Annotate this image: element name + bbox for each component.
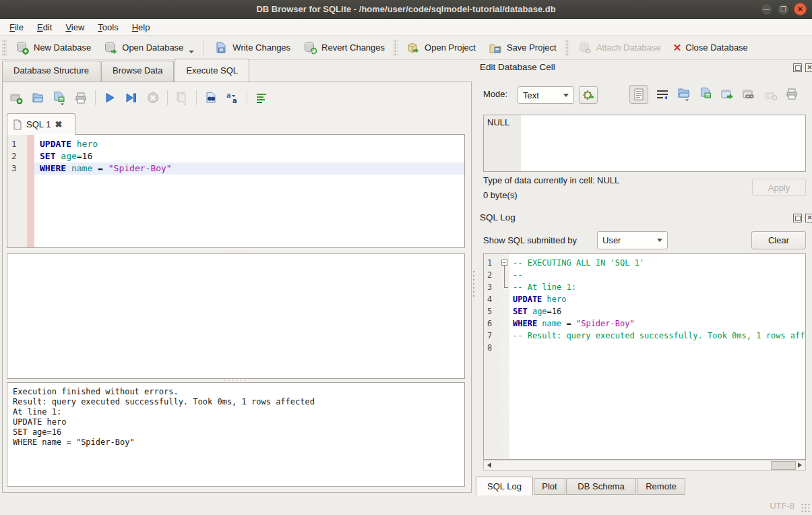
dock-float-icon[interactable] <box>793 214 802 222</box>
close-button[interactable]: ✕ <box>794 3 807 16</box>
dock-close-icon[interactable]: ✕ <box>805 63 812 72</box>
find-button[interactable] <box>204 90 218 105</box>
log-filter-select[interactable]: User <box>597 231 668 249</box>
message-line: Execution finished without errors. <box>13 387 459 397</box>
app-window: DB Browser for SQLite - /home/user/code/… <box>0 0 812 515</box>
menu-tools[interactable]: Tools <box>91 20 125 34</box>
open-database-dropdown-caret[interactable] <box>189 51 194 53</box>
cell-editor-area[interactable] <box>521 115 805 171</box>
text-mode-toggle-button[interactable] <box>629 85 648 104</box>
tab-execute-sql[interactable]: Execute SQL <box>175 59 249 82</box>
print-cell-button[interactable] <box>784 86 799 101</box>
toolbar-separator <box>196 90 197 105</box>
log-fold-margin[interactable]: − <box>500 254 509 459</box>
cell-value: NULL <box>484 115 521 171</box>
write-changes-label: Write Changes <box>232 42 290 53</box>
encoding-indicator[interactable]: UTF-8 <box>770 501 794 511</box>
open-database-button[interactable]: Open Database <box>97 37 200 59</box>
bottom-tab-plot[interactable]: Plot <box>534 478 565 495</box>
window-title: DB Browser for SQLite - /home/user/code/… <box>256 4 555 14</box>
scrollbar-thumb[interactable] <box>771 461 796 470</box>
open-project-button[interactable]: Open Project <box>400 37 482 59</box>
scroll-left-arrow[interactable] <box>484 460 495 470</box>
sql-log-dock-title: SQL Log <box>480 212 516 226</box>
bottom-tab-db-schema[interactable]: DB Schema <box>566 478 636 495</box>
save-project-button[interactable]: Save Project <box>482 37 563 59</box>
fold-guide-line <box>504 266 505 287</box>
new-database-label: New Database <box>34 42 91 53</box>
open-database-icon <box>103 40 118 55</box>
sql-editor-toolbar: aa <box>9 88 269 107</box>
toolbar-separator <box>204 40 204 56</box>
clear-log-button[interactable]: Clear <box>751 231 806 249</box>
log-line: -- EXECUTING ALL IN 'SQL 1' <box>509 257 805 269</box>
log-horizontal-scrollbar[interactable] <box>483 460 806 471</box>
auto-apply-button[interactable] <box>579 86 598 104</box>
execution-message-pane[interactable]: Execution finished without errors. Resul… <box>7 382 465 487</box>
replace-button[interactable]: aa <box>225 90 240 105</box>
splitter-editor-results[interactable]: ······ <box>7 249 465 253</box>
menu-edit[interactable]: Edit <box>30 20 59 34</box>
chevron-down-icon <box>657 239 662 242</box>
toolbar-drag-handle[interactable] <box>565 40 569 56</box>
open-sql-file-button[interactable] <box>30 90 45 105</box>
dock-close-icon[interactable]: ✕ <box>805 214 812 222</box>
revert-changes-label: Revert Changes <box>321 42 385 53</box>
maximize-button[interactable]: ❐ <box>777 3 790 16</box>
toolbar-drag-handle[interactable] <box>393 40 398 56</box>
scroll-right-arrow[interactable] <box>794 460 805 470</box>
editor-fold-margin <box>28 135 34 247</box>
dock-float-icon[interactable] <box>793 63 802 72</box>
main-toolbar: New Database Open Database Write Changes… <box>0 36 812 60</box>
splitter-left-right[interactable] <box>472 270 475 297</box>
write-changes-button[interactable]: Write Changes <box>208 37 296 59</box>
import-cell-data-button[interactable] <box>677 86 691 101</box>
mode-select[interactable]: Text <box>518 86 574 104</box>
title-bar[interactable]: DB Browser for SQLite - /home/user/code/… <box>0 0 812 19</box>
message-line: UPDATE hero <box>13 417 459 427</box>
message-line: SET age=16 <box>13 427 459 437</box>
format-sql-button[interactable] <box>254 90 269 105</box>
toolbar-separator <box>95 90 96 105</box>
cell-size-info: 0 byte(s) <box>483 190 518 200</box>
gear-icon <box>582 89 594 101</box>
revert-changes-button[interactable]: Revert Changes <box>296 37 391 59</box>
mode-label: Mode: <box>483 89 507 99</box>
log-code-area[interactable]: -- EXECUTING ALL IN 'SQL 1' -- -- At lin… <box>509 254 805 459</box>
bottom-tab-remote[interactable]: Remote <box>637 478 685 495</box>
execute-all-button[interactable] <box>102 90 117 105</box>
new-database-button[interactable]: New Database <box>9 37 97 59</box>
cell-editor[interactable]: NULL <box>483 115 806 172</box>
close-database-button[interactable]: ✕ Close Database <box>667 38 754 57</box>
sql-log-view[interactable]: 12 34 56 78 − -- EXECUTING ALL IN 'SQL 1… <box>483 253 806 460</box>
log-line: -- <box>509 269 805 281</box>
copy-link-button[interactable] <box>741 88 756 102</box>
resize-grip[interactable] <box>801 503 810 512</box>
sql-document-tab[interactable]: SQL 1 ✖ <box>7 113 75 135</box>
new-sql-tab-button[interactable] <box>9 90 24 105</box>
export-cell-data-button[interactable] <box>698 86 713 101</box>
code-line-current: WHERE name = "Spider-Boy" <box>34 162 464 175</box>
revert-changes-icon <box>303 40 317 55</box>
word-wrap-button[interactable] <box>655 88 670 102</box>
open-database-label: Open Database <box>122 42 183 53</box>
menu-file[interactable]: File <box>3 20 30 34</box>
menu-view[interactable]: View <box>59 20 91 34</box>
open-in-external-button[interactable] <box>720 88 735 102</box>
tab-database-structure[interactable]: Database Structure <box>2 61 100 82</box>
sql-tab-close-icon[interactable]: ✖ <box>55 119 62 129</box>
print-button[interactable] <box>73 90 88 105</box>
minimize-button[interactable]: — <box>760 3 773 16</box>
save-sql-file-button[interactable] <box>52 90 67 105</box>
toolbar-drag-handle[interactable] <box>2 40 7 56</box>
menu-help[interactable]: Help <box>125 20 157 34</box>
log-line-numbers: 12 34 56 78 <box>484 254 500 459</box>
sql-log-dock-buttons: ✕ <box>793 214 812 222</box>
fold-collapse-icon[interactable]: − <box>501 260 507 266</box>
message-line: Result: query executed successfully. Too… <box>13 397 459 407</box>
execute-current-line-button[interactable] <box>124 90 139 105</box>
bottom-tab-sql-log[interactable]: SQL Log <box>476 477 533 495</box>
tab-browse-data[interactable]: Browse Data <box>101 61 174 82</box>
editor-code-area[interactable]: UPDATE hero SET age=16 WHERE name = "Spi… <box>34 135 464 247</box>
sql-editor[interactable]: 1 2 3 UPDATE hero SET age=16 WHERE name … <box>7 134 465 248</box>
